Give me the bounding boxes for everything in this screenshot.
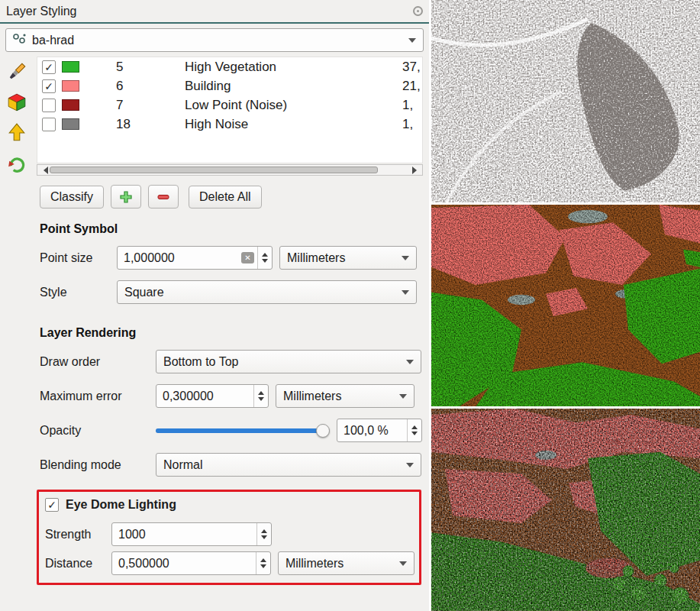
layer-rendering-heading: Layer Rendering [40,326,423,340]
layer-selector-value: ba-hrad [32,34,74,47]
spin-down-icon[interactable] [258,397,264,404]
strength-label: Strength [45,528,105,541]
clear-icon[interactable]: ✕ [241,252,254,263]
spin-down-icon[interactable] [262,259,268,266]
class-visibility-checkbox[interactable] [42,99,56,112]
class-color-swatch[interactable] [62,118,79,130]
point-size-label: Point size [40,251,110,265]
tab-history[interactable] [5,153,28,174]
point-size-unit-dropdown[interactable]: Millimeters [279,246,417,270]
table-row[interactable]: ✓ 6 Building 21, [37,76,422,95]
chevron-down-icon [402,290,409,299]
spinner-buttons[interactable] [256,523,271,545]
slider-handle[interactable] [316,424,330,438]
styling-tabs [0,55,34,611]
table-row[interactable]: 7 Low Point (Noise) 1, [37,95,422,115]
opacity-spinbox[interactable]: 100,0 % [337,419,422,442]
tab-3d-view[interactable] [5,92,28,113]
class-visibility-checkbox[interactable] [42,118,56,131]
spin-up-icon[interactable] [261,526,267,533]
opacity-label: Opacity [40,424,149,438]
horizontal-scrollbar[interactable] [37,164,423,176]
maximum-error-unit-dropdown[interactable]: Millimeters [276,384,415,408]
spin-up-icon[interactable] [262,250,268,257]
spinner-buttons[interactable] [407,419,421,441]
spinner-buttons[interactable] [253,385,268,407]
chevron-down-icon [402,256,409,264]
point-size-spinbox[interactable]: 1,000000 ✕ [117,246,273,270]
class-count: 1, [402,98,422,113]
panel-title: Layer Styling [6,5,77,18]
class-count: 37, [402,60,422,75]
point-symbol-heading: Point Symbol [40,222,423,236]
distance-unit-value: Millimeters [285,557,344,571]
eye-dome-lighting-checkbox[interactable]: ✓ [45,498,59,512]
class-label: Low Point (Noise) [185,98,396,113]
paintbrush-icon [7,62,27,82]
opacity-slider[interactable] [156,419,330,442]
maximum-error-spinbox[interactable]: 0,300000 [156,384,269,408]
layer-selector[interactable]: ba-hrad [5,28,424,52]
spin-down-icon[interactable] [260,564,266,571]
table-row[interactable]: 18 High Noise 1, [37,115,422,134]
spinner-buttons[interactable] [257,247,272,269]
panel-options-icon[interactable] [413,6,423,16]
eye-dome-lighting-group: ✓ Eye Dome Lighting Strength 1000 [37,490,421,585]
plus-icon [119,190,133,204]
draw-order-dropdown[interactable]: Bottom to Top [156,350,421,373]
table-row[interactable]: ✓ 5 High Vegetation 37, [37,57,422,76]
slider-fill [156,428,323,433]
class-color-swatch[interactable] [62,61,79,73]
distance-spinbox[interactable]: 0,500000 [111,551,271,575]
preview-point-cloud-monochrome [431,0,700,202]
cube-3d-icon [7,92,27,112]
maximum-error-value[interactable]: 0,300000 [156,385,253,407]
class-count: 1, [402,117,422,132]
spin-down-icon[interactable] [261,535,267,542]
point-size-unit-value: Millimeters [287,251,345,265]
distance-unit-dropdown[interactable]: Millimeters [278,551,415,575]
style-value: Square [124,286,164,299]
maximum-error-label: Maximum error [40,390,149,403]
point-size-value[interactable]: 1,000000 [118,247,241,269]
style-label: Style [40,286,110,299]
class-color-swatch[interactable] [62,99,79,111]
tab-symbology[interactable] [5,61,28,82]
preview-classification-flat [431,205,700,407]
class-label: High Noise [185,117,396,132]
class-visibility-checkbox[interactable]: ✓ [42,79,56,93]
delete-all-button[interactable]: Delete All [189,186,262,209]
chevron-down-icon [408,38,416,47]
spin-up-icon[interactable] [260,555,266,562]
class-value: 5 [116,60,179,75]
chevron-down-icon [406,360,414,368]
tab-elevation[interactable] [5,122,28,144]
remove-class-button[interactable] [148,185,179,209]
distance-label: Distance [45,557,105,571]
scrollbar-thumb[interactable] [50,166,378,173]
chevron-down-icon [399,394,407,402]
spinner-buttons[interactable] [256,552,270,574]
class-color-swatch[interactable] [62,80,79,92]
blending-mode-dropdown[interactable]: Normal [156,453,421,477]
spin-up-icon[interactable] [411,422,418,429]
opacity-value[interactable]: 100,0 % [337,419,407,441]
distance-value[interactable]: 0,500000 [112,552,256,574]
scroll-right-icon[interactable] [412,166,421,174]
class-visibility-checkbox[interactable]: ✓ [42,60,56,74]
blending-mode-label: Blending mode [40,458,149,472]
draw-order-value: Bottom to Top [163,355,238,369]
classification-table: ✓ 5 High Vegetation 37, ✓ 6 Building 21, [37,57,423,163]
class-value: 6 [116,79,179,94]
class-value: 18 [116,117,179,132]
strength-value[interactable]: 1000 [112,523,256,545]
add-class-button[interactable] [111,185,141,209]
spin-down-icon[interactable] [411,432,418,438]
spin-up-icon[interactable] [258,388,264,395]
strength-spinbox[interactable]: 1000 [111,522,272,546]
point-cloud-layer-icon [13,33,27,48]
classify-button[interactable]: Classify [40,186,104,209]
preview-column [431,0,700,611]
style-dropdown[interactable]: Square [117,280,417,304]
scroll-left-icon[interactable] [40,166,48,174]
